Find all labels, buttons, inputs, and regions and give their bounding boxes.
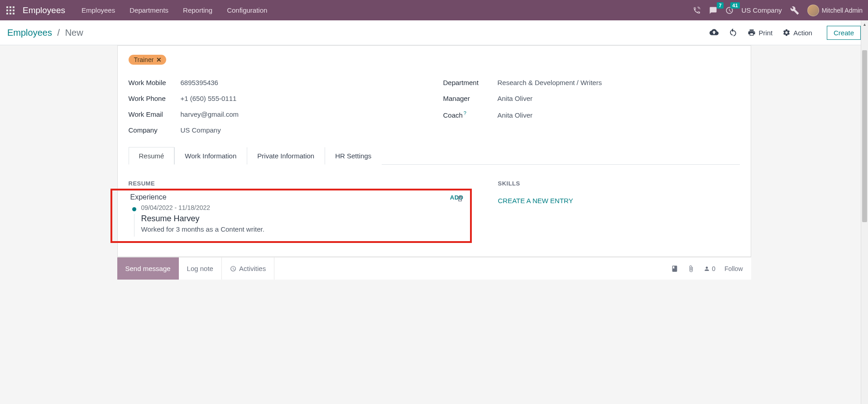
breadcrumb-root[interactable]: Employees — [7, 28, 52, 38]
send-message-button[interactable]: Send message — [117, 257, 179, 280]
resume-entry-desc: Worked for 3 months as a Content writer. — [141, 225, 264, 233]
work-mobile-label: Work Mobile — [129, 79, 181, 86]
form-sheet: Trainer ✕ Work Mobile 6895395436 Work Ph… — [117, 45, 751, 257]
tag-trainer[interactable]: Trainer ✕ — [129, 55, 167, 65]
department-value[interactable]: Research & Development / Writers — [498, 79, 602, 86]
messages-icon[interactable]: 7 — [709, 6, 717, 14]
user-name: Mitchell Admin — [822, 7, 863, 14]
department-label: Department — [443, 79, 498, 86]
tab-private-info[interactable]: Private Information — [247, 147, 325, 165]
work-phone-value[interactable]: +1 (650) 555-0111 — [181, 95, 237, 102]
work-phone-label: Work Phone — [129, 95, 181, 102]
trash-icon[interactable] — [456, 195, 464, 204]
resume-entry[interactable]: 09/04/2022 - 11/18/2022 Resume Harvey Wo… — [119, 204, 264, 233]
manager-value[interactable]: Anita Oliver — [498, 95, 533, 102]
tag-remove-icon[interactable]: ✕ — [156, 56, 162, 63]
cloud-upload-icon[interactable] — [710, 28, 719, 38]
work-mobile-value[interactable]: 6895395436 — [181, 79, 218, 86]
experience-header: Experience — [130, 193, 167, 201]
tag-label: Trainer — [134, 56, 154, 63]
work-email-label: Work Email — [129, 110, 181, 118]
scrollbar[interactable]: ▴ — [861, 20, 868, 404]
follower-count[interactable]: 0 — [704, 265, 715, 272]
scroll-up-icon[interactable]: ▴ — [861, 20, 868, 28]
main-scroll: Trainer ✕ Work Mobile 6895395436 Work Ph… — [0, 45, 868, 404]
breadcrumb: Employees / New — [7, 28, 83, 38]
nav-brand[interactable]: Employees — [23, 5, 65, 15]
nav-link-reporting[interactable]: Reporting — [179, 5, 216, 16]
work-email-value[interactable]: harvey@gmail.com — [181, 110, 239, 118]
tab-resume[interactable]: Resumé — [129, 147, 175, 165]
activities-icon[interactable]: 41 — [725, 6, 734, 14]
resume-dates: 09/04/2022 - 11/18/2022 — [141, 204, 264, 211]
scroll-thumb[interactable] — [862, 50, 867, 222]
book-icon[interactable] — [671, 265, 678, 272]
activities-badge: 41 — [730, 2, 739, 9]
company-switcher[interactable]: US Company — [742, 6, 782, 14]
tab-work-info[interactable]: Work Information — [174, 147, 247, 165]
chatter: Send message Log note Activities 0 Follo… — [117, 257, 751, 280]
skills-section-title: SKILLS — [498, 180, 740, 187]
company-value[interactable]: US Company — [181, 126, 221, 134]
tabs: Resumé Work Information Private Informat… — [129, 147, 740, 165]
experience-highlight: Experience ADD 09/04/2022 - 11/18/2022 R… — [110, 189, 472, 243]
coach-value[interactable]: Anita Oliver — [498, 111, 533, 119]
attachment-icon[interactable] — [687, 265, 695, 272]
log-note-button[interactable]: Log note — [179, 257, 222, 280]
help-icon[interactable]: ? — [464, 110, 466, 116]
avatar — [807, 5, 819, 16]
top-nav: Employees Employees Departments Reportin… — [0, 0, 868, 20]
create-button[interactable]: Create — [827, 26, 861, 40]
debug-icon[interactable] — [790, 6, 799, 15]
coach-label: Coach? — [443, 110, 498, 119]
nav-link-employees[interactable]: Employees — [78, 5, 119, 16]
manager-label: Manager — [443, 95, 498, 102]
company-label: Company — [129, 126, 181, 134]
breadcrumb-sep: / — [58, 28, 60, 38]
nav-link-departments[interactable]: Departments — [126, 5, 172, 16]
resume-entry-title: Resume Harvey — [141, 214, 264, 223]
voip-icon[interactable] — [693, 6, 701, 14]
user-menu[interactable]: Mitchell Admin — [807, 5, 863, 16]
activities-button[interactable]: Activities — [222, 257, 274, 280]
apps-icon[interactable] — [5, 5, 15, 15]
messages-badge: 7 — [717, 2, 723, 9]
create-skill-link[interactable]: CREATE A NEW ENTRY — [498, 197, 573, 204]
breadcrumb-current: New — [65, 28, 83, 38]
discard-icon[interactable] — [729, 28, 738, 38]
print-button[interactable]: Print — [748, 29, 772, 37]
control-bar: Employees / New Print Action Create — [0, 20, 868, 45]
resume-section-title: RESUME — [129, 180, 471, 187]
follow-button[interactable]: Follow — [724, 265, 743, 272]
action-button[interactable]: Action — [782, 29, 812, 37]
tab-hr-settings[interactable]: HR Settings — [325, 147, 382, 165]
nav-link-configuration[interactable]: Configuration — [223, 5, 271, 16]
